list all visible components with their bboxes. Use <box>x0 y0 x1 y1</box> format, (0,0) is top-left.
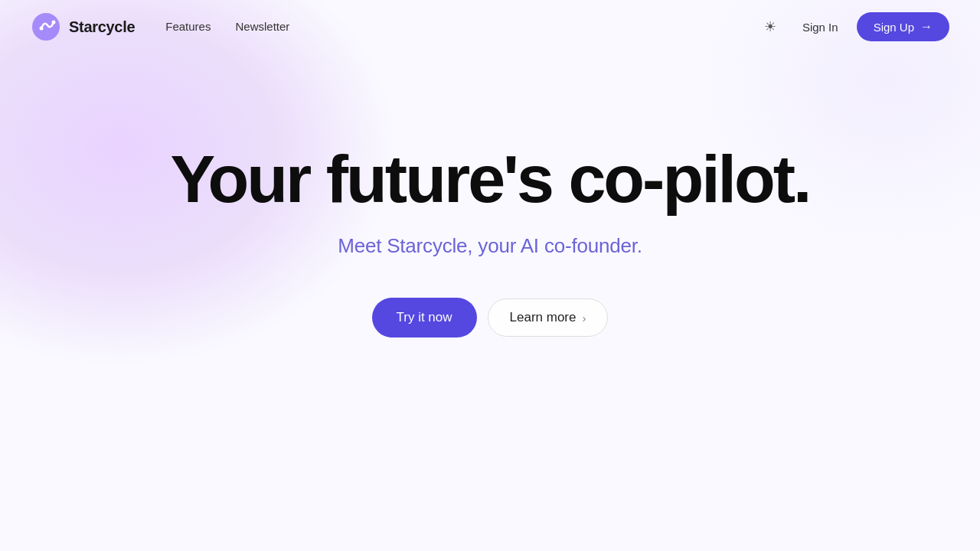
hero-buttons: Try it now Learn more › <box>372 298 609 337</box>
nav-links: Features Newsletter <box>165 20 289 34</box>
arrow-icon: → <box>920 20 933 34</box>
nav-features[interactable]: Features <box>165 20 211 33</box>
logo-icon <box>31 11 61 42</box>
hero-subtitle: Meet Starcycle, your AI co-founder. <box>338 234 642 258</box>
logo-link[interactable]: Starcycle <box>31 11 135 42</box>
sign-in-button[interactable]: Sign In <box>799 15 841 40</box>
sign-up-button[interactable]: Sign Up → <box>857 12 949 41</box>
learn-more-button[interactable]: Learn more › <box>488 298 609 337</box>
hero-title: Your future's co-pilot. <box>170 145 809 213</box>
chevron-right-icon: › <box>582 311 586 324</box>
try-now-button[interactable]: Try it now <box>372 298 477 337</box>
brand-name: Starcycle <box>69 18 135 36</box>
svg-point-2 <box>52 21 56 24</box>
svg-point-1 <box>40 27 44 31</box>
learn-more-label: Learn more <box>510 310 577 325</box>
nav-right: ☀ Sign In Sign Up → <box>756 12 949 41</box>
nav-newsletter[interactable]: Newsletter <box>235 20 289 33</box>
svg-point-0 <box>32 13 60 41</box>
theme-toggle-button[interactable]: ☀ <box>756 13 784 41</box>
sign-up-label: Sign Up <box>874 21 914 34</box>
sun-icon: ☀ <box>764 18 776 35</box>
hero-section: Your future's co-pilot. Meet Starcycle, … <box>0 54 980 337</box>
navbar: Starcycle Features Newsletter ☀ Sign In … <box>0 0 980 54</box>
